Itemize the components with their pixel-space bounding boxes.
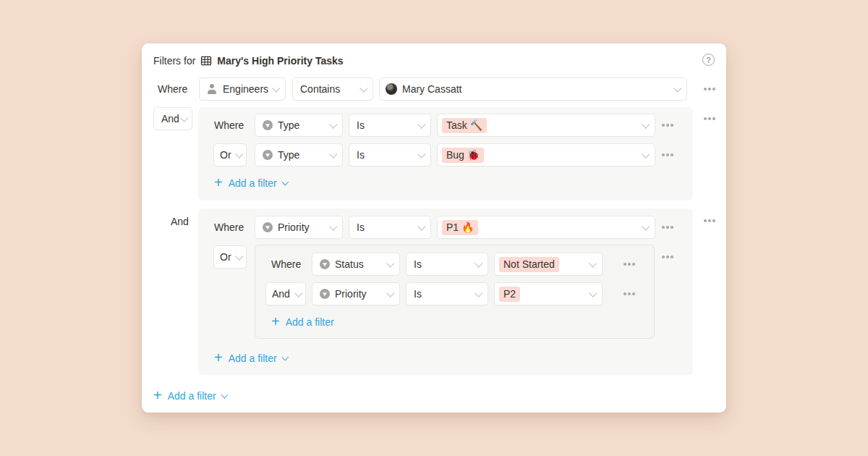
chevron-down-icon: [281, 179, 288, 185]
plus-icon: +: [271, 314, 280, 329]
value-select-p2[interactable]: P2: [494, 282, 603, 305]
rule-connector-label: Where: [271, 253, 301, 276]
chevron-down-icon: [359, 84, 367, 92]
connector-label: Or: [220, 149, 231, 161]
operator-select-label: Is: [414, 258, 422, 270]
rule-menu-button[interactable]: [623, 282, 636, 305]
property-select-label: Engineers: [223, 83, 268, 95]
person-icon: [207, 84, 218, 94]
property-select-label: Priority: [335, 288, 367, 300]
title-prefix: Filters for: [153, 55, 195, 67]
chevron-down-icon: [329, 150, 337, 158]
filters-panel: Filters for Mary's High Priority Tasks ?…: [142, 43, 726, 413]
rule-menu-button[interactable]: [661, 216, 674, 239]
add-filter-label: Add a filter: [229, 177, 277, 189]
property-select-priority[interactable]: Priority: [312, 282, 400, 305]
chevron-down-icon: [475, 259, 482, 267]
value-select-bug[interactable]: Bug 🐞: [437, 143, 655, 166]
card-add-filter-button[interactable]: + Add a filter: [153, 388, 226, 404]
property-select-status[interactable]: Status: [312, 253, 400, 276]
group1-menu-button[interactable]: [703, 107, 716, 130]
chevron-down-icon: [417, 120, 425, 128]
chevron-down-icon: [386, 289, 394, 297]
add-filter-label: Add a filter: [286, 316, 334, 328]
property-select-priority[interactable]: Priority: [255, 216, 343, 239]
chevron-down-icon: [642, 120, 650, 128]
chevron-down-icon: [294, 289, 302, 297]
group2-add-filter-button[interactable]: + Add a filter: [214, 350, 287, 366]
chevron-down-icon: [235, 150, 243, 158]
chevron-down-icon: [673, 84, 681, 92]
plus-icon: +: [153, 388, 162, 402]
operator-select-contains[interactable]: Contains: [292, 77, 373, 101]
group2-connector-label: And: [171, 214, 189, 229]
table-icon: [200, 55, 212, 67]
operator-select-label: Contains: [300, 83, 340, 95]
rule-connector-select[interactable]: And: [265, 282, 306, 305]
select-property-icon: [263, 150, 273, 160]
property-select-type[interactable]: Type: [255, 143, 343, 166]
nested-group-connector-select[interactable]: Or: [213, 245, 247, 269]
value-tag: Not Started: [499, 257, 559, 272]
group1-add-filter-button[interactable]: + Add a filter: [214, 175, 287, 191]
add-filter-label: Add a filter: [229, 352, 277, 364]
chevron-down-icon: [589, 289, 597, 297]
view-title: Mary's High Priority Tasks: [217, 55, 343, 67]
value-tag: P2: [499, 287, 520, 302]
chevron-down-icon: [642, 222, 650, 230]
nested-group-menu-button[interactable]: [661, 245, 674, 269]
chevron-down-icon: [329, 222, 337, 230]
filter-group-1: Where Type Is Task 🔨 Or Type Is: [198, 107, 693, 200]
help-icon[interactable]: ?: [702, 54, 715, 66]
operator-select-is[interactable]: Is: [406, 253, 488, 276]
chevron-down-icon: [386, 259, 394, 267]
chevron-down-icon: [642, 150, 650, 158]
panel-title: Filters for Mary's High Priority Tasks: [153, 53, 344, 69]
filter-group-2: Where Priority Is P1 🔥 Or Where Stat: [198, 208, 693, 375]
select-property-icon: [263, 222, 273, 232]
operator-select-is[interactable]: Is: [349, 143, 431, 166]
plus-icon: +: [214, 350, 223, 365]
rule-menu-button[interactable]: [661, 114, 674, 137]
property-select-type[interactable]: Type: [255, 114, 343, 137]
value-select-person[interactable]: Mary Cassatt: [379, 77, 687, 101]
rule-menu-button[interactable]: [661, 143, 674, 166]
property-select-engineers[interactable]: Engineers: [199, 77, 286, 101]
connector-label: And: [161, 113, 179, 124]
value-select-task[interactable]: Task 🔨: [437, 114, 655, 137]
add-filter-label: Add a filter: [168, 390, 216, 402]
value-tag: P1 🔥: [442, 220, 478, 235]
chevron-down-icon: [272, 84, 280, 92]
rule-menu-button[interactable]: [623, 253, 636, 276]
chevron-down-icon: [417, 222, 425, 230]
chevron-down-icon: [417, 150, 425, 158]
rule-connector-select[interactable]: Or: [213, 143, 247, 166]
connector-label: And: [272, 288, 290, 300]
avatar: [386, 83, 397, 95]
property-select-label: Status: [335, 258, 364, 270]
chevron-down-icon: [281, 354, 288, 360]
nested-filter-group: Where Status Is Not Started And: [255, 245, 655, 339]
chevron-down-icon: [589, 259, 597, 267]
value-tag: Task 🔨: [442, 118, 487, 133]
operator-select-is[interactable]: Is: [349, 216, 431, 239]
value-select-not-started[interactable]: Not Started: [494, 253, 603, 276]
value-select-p1[interactable]: P1 🔥: [437, 216, 655, 239]
select-property-icon: [263, 120, 273, 130]
group2-menu-button[interactable]: [703, 209, 716, 232]
rule-connector-label: Where: [214, 216, 244, 239]
select-property-icon: [320, 289, 330, 299]
property-select-label: Type: [278, 149, 299, 161]
rule-menu-button[interactable]: [703, 77, 716, 101]
nested-add-filter-button[interactable]: + Add a filter: [271, 314, 334, 330]
operator-select-is[interactable]: Is: [406, 282, 488, 305]
operator-select-is[interactable]: Is: [349, 114, 431, 137]
chevron-down-icon: [329, 120, 337, 128]
value-tag: Bug 🐞: [442, 148, 484, 163]
operator-select-label: Is: [357, 221, 365, 233]
value-select-label: Mary Cassatt: [402, 83, 461, 95]
group1-connector-select[interactable]: And: [153, 107, 192, 130]
chevron-down-icon: [235, 252, 243, 260]
top-rule-connector-label: Where: [158, 77, 187, 101]
chevron-down-icon: [221, 392, 227, 398]
